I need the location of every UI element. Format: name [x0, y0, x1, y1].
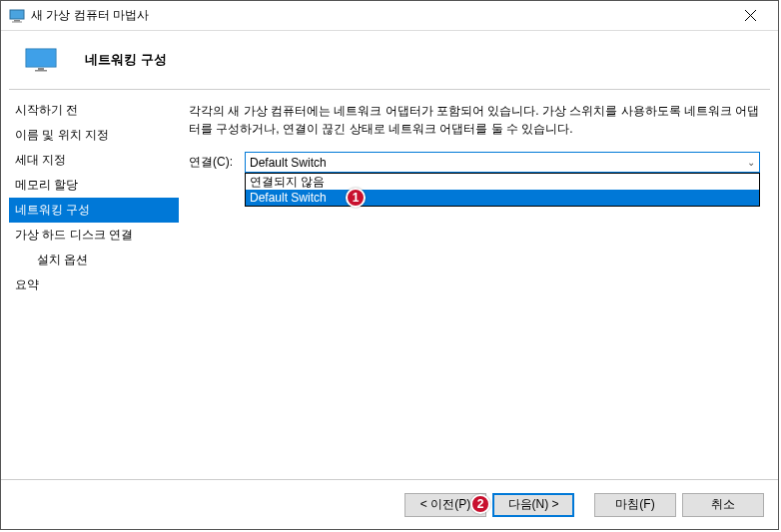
dropdown-option-not-connected[interactable]: 연결되지 않음 [246, 174, 759, 190]
footer: < 이전(P) 2 다음(N) > 마침(F) 취소 [1, 479, 778, 529]
sidebar-item-install-options[interactable]: 설치 옵션 [9, 248, 179, 272]
connection-dropdown: 연결되지 않음 Default Switch 1 [245, 173, 760, 207]
description-text: 각각의 새 가상 컴퓨터에는 네트워크 어댑터가 포함되어 있습니다. 가상 스… [189, 102, 760, 138]
sidebar-item-name-location[interactable]: 이름 및 위치 지정 [9, 123, 179, 148]
annotation-marker-1: 1 [346, 188, 366, 208]
sidebar-item-networking[interactable]: 네트워킹 구성 [9, 198, 179, 223]
chevron-down-icon: ⌄ [747, 157, 755, 168]
sidebar: 시작하기 전 이름 및 위치 지정 세대 지정 메모리 할당 네트워킹 구성 가… [9, 98, 179, 471]
finish-button[interactable]: 마침(F) [594, 493, 676, 517]
svg-rect-6 [27, 50, 55, 66]
sidebar-item-before-start[interactable]: 시작하기 전 [9, 98, 179, 123]
monitor-icon [25, 48, 57, 72]
svg-rect-0 [10, 10, 24, 19]
svg-rect-1 [14, 20, 20, 22]
next-button[interactable]: 다음(N) > [492, 493, 574, 517]
titlebar: 새 가상 컴퓨터 마법사 [1, 1, 778, 31]
dropdown-option-default-switch[interactable]: Default Switch 1 [246, 190, 759, 206]
sidebar-item-summary[interactable]: 요약 [9, 272, 179, 297]
sidebar-item-vhd[interactable]: 가상 하드 디스크 연결 [9, 223, 179, 248]
header: 네트워킹 구성 [1, 31, 778, 89]
close-button[interactable] [730, 2, 770, 30]
svg-rect-8 [35, 70, 47, 72]
connection-row: 연결(C): Default Switch ⌄ 연결되지 않음 Default … [189, 152, 760, 173]
annotation-marker-2: 2 [470, 494, 490, 514]
main-panel: 각각의 새 가상 컴퓨터에는 네트워크 어댑터가 포함되어 있습니다. 가상 스… [185, 98, 770, 471]
window-title: 새 가상 컴퓨터 마법사 [31, 7, 730, 24]
cancel-button[interactable]: 취소 [682, 493, 764, 517]
sidebar-item-generation[interactable]: 세대 지정 [9, 148, 179, 173]
connection-combo-wrap: Default Switch ⌄ 연결되지 않음 Default Switch … [245, 152, 760, 173]
connection-combobox[interactable]: Default Switch ⌄ [245, 152, 760, 173]
close-icon [745, 10, 756, 21]
content: 시작하기 전 이름 및 위치 지정 세대 지정 메모리 할당 네트워킹 구성 가… [1, 90, 778, 479]
page-title: 네트워킹 구성 [85, 51, 167, 69]
wizard-window: 새 가상 컴퓨터 마법사 네트워킹 구성 시작하기 전 이름 및 위치 지정 세… [0, 0, 779, 530]
connection-label: 연결(C): [189, 154, 239, 171]
sidebar-item-memory[interactable]: 메모리 할당 [9, 173, 179, 198]
combo-value: Default Switch [250, 156, 327, 170]
svg-rect-2 [12, 21, 22, 22]
dropdown-option-label: Default Switch [250, 191, 327, 205]
app-icon [9, 8, 25, 24]
svg-rect-7 [38, 68, 44, 70]
